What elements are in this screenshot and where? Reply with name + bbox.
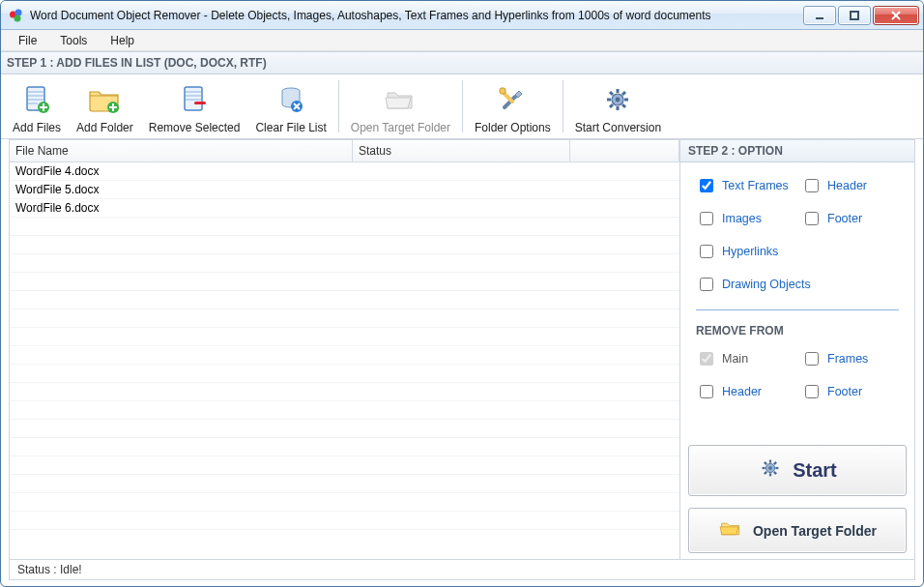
option-checkbox-grid: Text Frames Header Images Footer (696, 176, 899, 294)
rf-header-label: Header (722, 385, 762, 398)
rf-main-checkbox (700, 352, 713, 366)
opt-drawing-objects[interactable]: Drawing Objects (696, 275, 899, 294)
rf-main: Main (696, 349, 794, 368)
document-add-icon (17, 80, 56, 119)
opt-hyperlinks[interactable]: Hyperlinks (696, 242, 794, 261)
rf-header-checkbox[interactable] (700, 385, 713, 398)
step1-header: STEP 1 : ADD FILES IN LIST (DOC, DOCX, R… (1, 51, 923, 74)
table-row[interactable]: WordFile 5.docx (10, 181, 679, 199)
opt-footer-label: Footer (827, 212, 862, 225)
table-row-empty (10, 401, 679, 420)
cell-filename: WordFile 4.docx (10, 164, 353, 178)
opt-drawing-objects-checkbox[interactable] (700, 278, 713, 291)
menu-tools[interactable]: Tools (50, 32, 97, 49)
options-body: Text Frames Header Images Footer (680, 162, 914, 409)
rf-footer-label: Footer (827, 385, 862, 398)
step2-header: STEP 2 : OPTION (680, 140, 914, 162)
minimize-button[interactable] (803, 6, 836, 25)
svg-line-21 (610, 104, 613, 107)
close-button[interactable] (873, 6, 919, 25)
add-folder-button[interactable]: Add Folder (69, 76, 141, 136)
folder-options-label: Folder Options (475, 121, 551, 134)
col-status[interactable]: Status (353, 140, 570, 161)
app-icon (9, 8, 24, 23)
opt-header[interactable]: Header (801, 176, 899, 195)
opt-hyperlinks-checkbox[interactable] (700, 245, 713, 258)
opt-footer-checkbox[interactable] (805, 212, 819, 225)
menu-file[interactable]: File (9, 32, 46, 49)
table-row-empty (10, 420, 679, 438)
add-folder-label: Add Folder (76, 121, 133, 134)
rf-frames[interactable]: Frames (801, 349, 899, 368)
table-row-empty (10, 346, 679, 365)
table-row-empty (10, 383, 679, 401)
table-row-empty (10, 456, 679, 475)
svg-rect-9 (194, 102, 206, 104)
svg-rect-8 (185, 87, 202, 110)
table-row[interactable]: WordFile 4.docx (10, 162, 679, 181)
table-row-empty (10, 365, 679, 383)
status-bar: Status : Idle! (9, 559, 915, 580)
file-list-header: File Name Status (10, 140, 679, 162)
opt-images-checkbox[interactable] (700, 212, 713, 225)
svg-rect-12 (500, 88, 505, 94)
clear-file-list-button[interactable]: Clear File List (247, 76, 333, 136)
rf-frames-checkbox[interactable] (805, 352, 819, 366)
rf-footer-checkbox[interactable] (805, 385, 819, 398)
table-row-empty (10, 438, 679, 456)
svg-line-29 (765, 462, 766, 464)
cell-filename: WordFile 5.docx (10, 183, 353, 196)
start-conversion-button[interactable]: Start Conversion (567, 76, 669, 136)
start-button[interactable]: Start (688, 445, 907, 496)
open-target-folder-button[interactable]: Open Target Folder (343, 76, 458, 136)
rf-header[interactable]: Header (696, 382, 794, 401)
table-row-empty (10, 273, 679, 291)
opt-drawing-objects-label: Drawing Objects (722, 278, 811, 291)
rf-frames-label: Frames (827, 352, 868, 366)
cell-filename: WordFile 6.docx (10, 201, 353, 215)
folder-add-icon (85, 80, 124, 119)
opt-footer[interactable]: Footer (801, 209, 899, 228)
col-empty (570, 140, 679, 161)
rf-main-label: Main (722, 352, 748, 366)
toolbar-separator (462, 80, 463, 132)
folder-open-icon (381, 80, 419, 119)
tools-icon (493, 80, 532, 119)
file-rows[interactable]: WordFile 4.docxWordFile 5.docxWordFile 6… (10, 162, 679, 559)
remove-selected-button[interactable]: Remove Selected (141, 76, 248, 136)
opt-images[interactable]: Images (696, 209, 794, 228)
titlebar: Word Document Object Remover - Delete Ob… (1, 1, 923, 30)
remove-from-grid: Main Frames Header Footer (696, 349, 899, 401)
table-row[interactable]: WordFile 6.docx (10, 199, 679, 218)
remove-from-title: REMOVE FROM (696, 324, 899, 338)
window-controls (801, 6, 919, 25)
open-target-folder-big-button[interactable]: Open Target Folder (688, 508, 907, 553)
svg-point-14 (616, 98, 621, 103)
gear-icon (758, 455, 783, 485)
folder-options-button[interactable]: Folder Options (467, 76, 559, 136)
folder-open-icon (718, 518, 743, 543)
add-files-label: Add Files (13, 121, 61, 134)
maximize-button[interactable] (838, 6, 871, 25)
rf-footer[interactable]: Footer (801, 382, 899, 401)
open-target-folder-label: Open Target Folder (351, 121, 450, 134)
gear-icon (598, 80, 637, 119)
col-filename[interactable]: File Name (10, 140, 353, 161)
svg-line-20 (622, 104, 625, 107)
add-files-button[interactable]: Add Files (5, 76, 69, 136)
opt-text-frames-checkbox[interactable] (700, 179, 713, 192)
app-window: Word Document Object Remover - Delete Ob… (0, 0, 924, 587)
menu-help[interactable]: Help (101, 32, 144, 49)
opt-header-checkbox[interactable] (805, 179, 819, 192)
opt-images-label: Images (722, 212, 762, 225)
opt-text-frames[interactable]: Text Frames (696, 176, 794, 195)
start-conversion-label: Start Conversion (575, 121, 661, 134)
menubar: File Tools Help (1, 30, 923, 51)
table-row-empty (10, 309, 679, 328)
svg-rect-4 (851, 12, 858, 19)
svg-rect-3 (816, 17, 823, 19)
table-row-empty (10, 291, 679, 309)
svg-line-19 (610, 92, 613, 95)
table-row-empty (10, 328, 679, 346)
opt-hyperlinks-label: Hyperlinks (722, 245, 778, 258)
